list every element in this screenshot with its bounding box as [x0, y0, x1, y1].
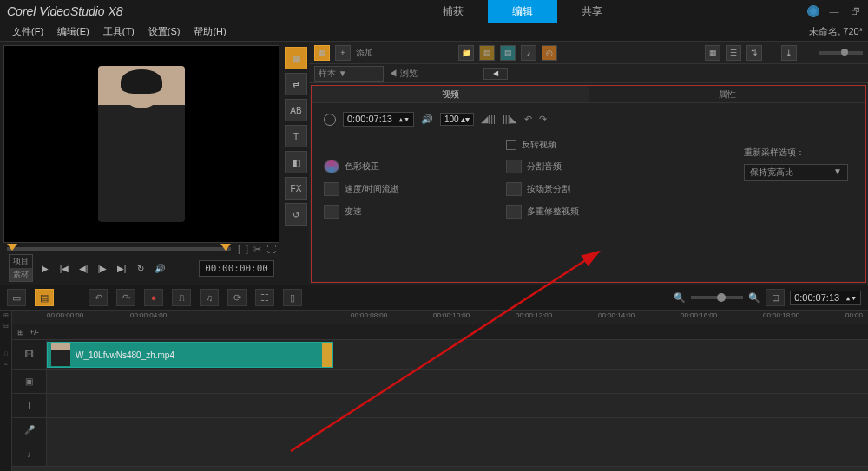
volume-value[interactable]: 100 ▴▾: [440, 113, 474, 126]
scissors-icon[interactable]: ✂: [253, 244, 261, 255]
opt-color-correction[interactable]: 色彩校正: [324, 160, 489, 173]
timeline-ruler[interactable]: 00:00:00:00 00:00:04:00 00:00:08:00 00:0…: [12, 311, 868, 324]
timeline-view-button[interactable]: ▤: [35, 289, 54, 306]
menu-tools[interactable]: 工具(T): [96, 23, 141, 40]
add-folder-icon[interactable]: ▦: [314, 45, 330, 61]
track-toggle-icon[interactable]: +/-: [30, 328, 39, 337]
mode-project[interactable]: 项目: [10, 255, 32, 268]
opt-strobe[interactable]: 变速: [324, 205, 489, 219]
voice-track[interactable]: 🎤: [12, 418, 868, 442]
overlay-track[interactable]: ▣: [12, 370, 868, 394]
menu-edit[interactable]: 编辑(E): [50, 23, 96, 40]
browse-button[interactable]: 浏览: [389, 68, 418, 80]
side-filter-icon[interactable]: FX: [285, 177, 307, 200]
view-thumb-icon[interactable]: ▦: [705, 45, 720, 61]
library-category-dropdown[interactable]: 样本 ▼: [314, 66, 384, 82]
resample-dropdown[interactable]: 保持宽高比▼: [744, 164, 848, 181]
filter-audio-icon[interactable]: ♪: [521, 45, 536, 61]
opt-split-audio[interactable]: 分割音频: [506, 160, 671, 173]
preview-screen[interactable]: [3, 45, 279, 243]
filter-image-icon[interactable]: ▤: [500, 45, 516, 61]
go-end-button[interactable]: ▶|: [115, 261, 128, 275]
play-button[interactable]: ▶: [38, 261, 52, 275]
redo-button[interactable]: ↷: [116, 289, 135, 306]
mark-in-icon[interactable]: [: [238, 244, 240, 255]
video-clip[interactable]: W_10LfvwNs480_zh.mp4: [47, 342, 333, 368]
storyboard-view-button[interactable]: ▭: [7, 289, 26, 306]
volume-button[interactable]: 🔊: [153, 261, 167, 275]
sort-icon[interactable]: ⇅: [746, 45, 762, 61]
tab-share[interactable]: 共享: [557, 0, 627, 23]
fade-out-icon[interactable]: |||◣: [503, 114, 517, 125]
scrub-bar[interactable]: [ ] ✂ ⛶: [3, 243, 279, 255]
record-button[interactable]: ●: [144, 289, 163, 306]
side-title-icon[interactable]: AB: [285, 99, 307, 121]
voice-track-head[interactable]: 🎤: [12, 418, 47, 442]
go-start-button[interactable]: |◀: [57, 261, 71, 275]
tab-capture[interactable]: 捕获: [418, 0, 488, 23]
minimize-button[interactable]: —: [828, 5, 840, 17]
prev-frame-button[interactable]: ◀|: [76, 261, 90, 275]
menu-file[interactable]: 文件(F): [5, 23, 50, 40]
side-media-icon[interactable]: ▦: [285, 47, 307, 69]
music-track[interactable]: ♪: [12, 442, 868, 467]
menu-settings[interactable]: 设置(S): [141, 23, 187, 40]
next-frame-button[interactable]: |▶: [95, 261, 109, 275]
rotate-right-icon[interactable]: ↷: [539, 114, 547, 125]
preview-timecode[interactable]: 00:00:00:00: [199, 260, 274, 277]
video-track-head[interactable]: 🎞: [12, 340, 47, 369]
expand-tracks-icon[interactable]: ⊞: [2, 312, 10, 321]
track-mgr2-icon[interactable]: ≡: [2, 361, 10, 370]
timeline-timecode[interactable]: 0:00:07:13 ▴▾: [790, 291, 861, 305]
filter-clock-icon[interactable]: ◴: [542, 45, 557, 61]
folder-icon[interactable]: 📁: [458, 45, 474, 61]
view-list-icon[interactable]: ☰: [726, 45, 741, 61]
menu-help[interactable]: 帮助(H): [187, 23, 233, 40]
opt-scene-split[interactable]: 按场景分割: [506, 182, 671, 196]
expand-icon[interactable]: ⛶: [266, 244, 276, 255]
rotate-left-icon[interactable]: ↶: [524, 114, 532, 125]
restore-button[interactable]: 🗗: [849, 5, 861, 17]
opt-speed-time[interactable]: 速度/时间流逝: [324, 182, 489, 196]
side-text-icon[interactable]: T: [285, 125, 307, 147]
side-transition-icon[interactable]: ⇄: [285, 73, 307, 95]
track-toggle-all-icon[interactable]: ⊞: [17, 328, 24, 337]
collapse-tracks-icon[interactable]: ⊟: [2, 323, 10, 331]
opt-reverse-video[interactable]: 反转视频: [506, 139, 671, 151]
zoom-in-icon[interactable]: 🔍: [748, 292, 760, 304]
undo-button[interactable]: ↶: [89, 289, 108, 306]
mixer-button[interactable]: ⎍: [172, 289, 191, 306]
auto-music-button[interactable]: ♫: [200, 289, 219, 306]
side-graphic-icon[interactable]: ◧: [285, 151, 307, 173]
zoom-out-icon[interactable]: 🔍: [674, 292, 686, 304]
title-track-head[interactable]: T: [12, 394, 47, 417]
motion-button[interactable]: ⟳: [227, 289, 247, 306]
music-track-head[interactable]: ♪: [12, 442, 47, 466]
filter-video-icon[interactable]: ▤: [479, 45, 495, 61]
collapse-handle[interactable]: ◀: [483, 68, 508, 80]
mode-clip[interactable]: 素材: [10, 268, 32, 281]
fade-in-icon[interactable]: ◢|||: [481, 114, 496, 125]
subtitle-button[interactable]: ☷: [255, 289, 274, 306]
zoom-slider[interactable]: [691, 296, 743, 299]
options-tab-video[interactable]: 视频: [312, 86, 589, 103]
help-globe-icon[interactable]: [807, 5, 819, 17]
overlay-track-head[interactable]: ▣: [12, 370, 47, 393]
add-icon[interactable]: +: [335, 45, 351, 61]
mark-out-icon[interactable]: ]: [246, 244, 248, 255]
thumb-size-slider[interactable]: [819, 51, 863, 55]
fit-project-button[interactable]: ⊡: [766, 289, 785, 306]
tab-edit[interactable]: 编辑: [488, 0, 557, 23]
opt-multi-trim[interactable]: 多重修整视频: [506, 205, 671, 219]
side-path-icon[interactable]: ↺: [285, 203, 307, 226]
clip-duration[interactable]: 0:00:07:13 ▴▾: [343, 112, 414, 127]
options-tab-attribute[interactable]: 属性: [589, 86, 865, 103]
checkbox-icon[interactable]: [506, 140, 516, 150]
mute-icon[interactable]: 🔊: [421, 114, 433, 125]
track-mgr-icon[interactable]: ⎍: [2, 350, 10, 359]
import-icon[interactable]: ⤓: [781, 45, 797, 61]
repeat-button[interactable]: ↻: [134, 261, 148, 275]
preview-mode-tabs[interactable]: 项目 素材: [9, 254, 33, 282]
chapter-button[interactable]: ▯: [283, 289, 302, 306]
title-track[interactable]: T: [12, 394, 868, 418]
